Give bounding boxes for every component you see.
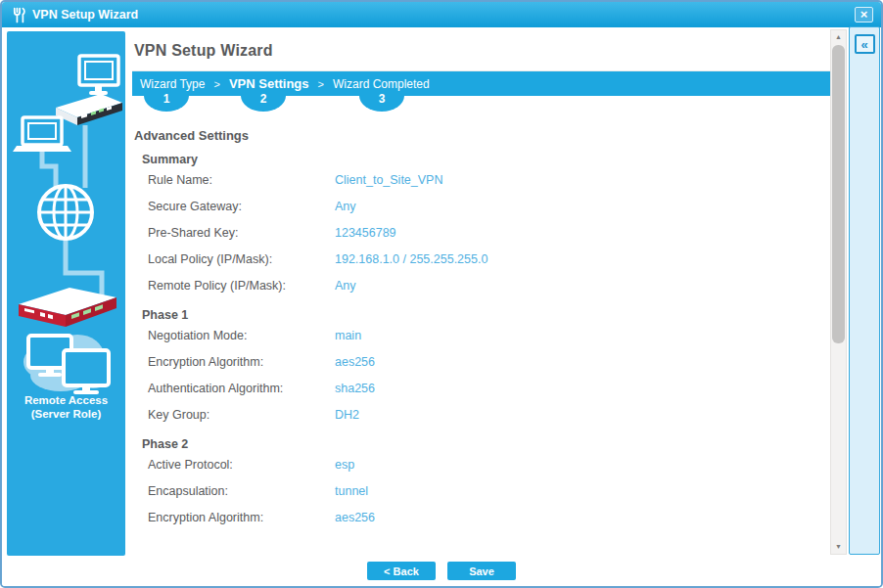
remote-access-cloud-icon — [23, 335, 111, 394]
breadcrumb-step-wizard-completed: Wizard Completed — [333, 77, 430, 91]
phase2-group: Phase 2 Active Protocol: esp Encapsulati… — [132, 437, 830, 530]
field-value: Any — [335, 279, 356, 293]
vpn-setup-wizard-window: VPN Setup Wizard × — [0, 0, 883, 588]
breadcrumb: Wizard Type > VPN Settings > Wizard Comp… — [132, 70, 830, 113]
sidebar-caption-line1: Remote Access — [7, 393, 125, 407]
field-label: Negotiation Mode: — [148, 329, 335, 342]
field-row: Active Protocol: esp — [132, 451, 830, 477]
field-value: Client_to_Site_VPN — [335, 173, 442, 187]
step-indicator-row: 1 2 3 — [132, 96, 830, 113]
field-row: Secure Gateway: Any — [132, 193, 830, 219]
field-value: aes256 — [335, 355, 375, 369]
close-icon[interactable]: × — [855, 7, 873, 23]
field-value: 192.168.1.0 / 255.255.255.0 — [335, 252, 488, 266]
scroll-down-icon[interactable]: ▼ — [831, 540, 846, 554]
scrollbar-thumb[interactable] — [832, 45, 845, 343]
field-row: Remote Policy (IP/Mask): Any — [132, 272, 830, 298]
summary-group: Summary Rule Name: Client_to_Site_VPN Se… — [132, 153, 830, 298]
field-row: Pre-Shared Key: 123456789 — [132, 219, 830, 246]
field-row: Encryption Algorithm: aes256 — [132, 504, 830, 530]
field-label: Encryption Algorithm: — [148, 355, 335, 369]
save-button[interactable]: Save — [447, 562, 516, 580]
collapsed-side-panel: « — [849, 26, 880, 555]
breadcrumb-separator: > — [318, 78, 324, 90]
field-row: Local Policy (IP/Mask): 192.168.1.0 / 25… — [132, 246, 830, 272]
scroll-up-icon[interactable]: ▲ — [831, 30, 846, 44]
wizard-content: VPN Setup Wizard Wizard Type > VPN Setti… — [132, 29, 830, 556]
field-row: Key Group: DH2 — [132, 401, 830, 428]
field-value: 123456789 — [335, 226, 396, 240]
field-value: DH2 — [335, 408, 359, 422]
breadcrumb-separator: > — [213, 78, 219, 90]
vertical-scrollbar[interactable]: ▲ ▼ — [830, 29, 847, 555]
field-row: Negotiation Mode: main — [132, 322, 830, 348]
field-label: Rule Name: — [148, 173, 335, 187]
breadcrumb-bar: Wizard Type > VPN Settings > Wizard Comp… — [132, 71, 830, 96]
network-topology-illustration — [7, 31, 125, 556]
page-title: VPN Setup Wizard — [134, 39, 830, 63]
back-button[interactable]: < Back — [367, 562, 436, 580]
field-value: esp — [335, 458, 354, 472]
field-label: Encapsulation: — [148, 484, 335, 498]
switch-icon — [56, 94, 122, 125]
collapse-panel-icon[interactable]: « — [855, 34, 875, 54]
group-heading-summary: Summary — [142, 153, 830, 166]
step-indicator-2: 2 — [241, 96, 286, 112]
breadcrumb-step-vpn-settings: VPN Settings — [229, 76, 309, 91]
phase1-group: Phase 1 Negotiation Mode: main Encryptio… — [132, 308, 830, 428]
field-label: Local Policy (IP/Mask): — [148, 252, 335, 266]
breadcrumb-step-wizard-type: Wizard Type — [140, 77, 205, 91]
sidebar-caption: Remote Access (Server Role) — [7, 393, 125, 421]
section-title: Advanced Settings — [134, 128, 830, 143]
field-label: Pre-Shared Key: — [148, 226, 335, 240]
step-indicator-1: 1 — [144, 96, 189, 112]
field-label: Authentication Algorithm: — [148, 382, 335, 395]
field-value: Any — [335, 200, 356, 213]
sidebar-topology-panel: Remote Access (Server Role) — [7, 31, 125, 556]
internet-globe-icon — [39, 186, 92, 239]
sidebar-caption-line2: (Server Role) — [7, 407, 125, 421]
field-row: Encryption Algorithm: aes256 — [132, 348, 830, 375]
field-label: Secure Gateway: — [148, 200, 335, 213]
field-label: Remote Policy (IP/Mask): — [148, 279, 335, 293]
field-value: tunnel — [335, 484, 368, 498]
field-value: main — [335, 329, 361, 342]
field-label: Active Protocol: — [148, 458, 335, 472]
group-heading-phase2: Phase 2 — [142, 437, 830, 451]
field-value: aes256 — [335, 511, 375, 524]
field-row: Encapsulation: tunnel — [132, 477, 830, 504]
step-indicator-3: 3 — [359, 96, 404, 112]
footer-bar: < Back Save — [2, 556, 881, 586]
field-value: sha256 — [335, 382, 375, 395]
laptop-icon — [13, 117, 71, 152]
field-label: Encryption Algorithm: — [148, 511, 335, 524]
field-label: Key Group: — [148, 408, 335, 422]
desktop-monitor-icon — [79, 56, 118, 95]
group-heading-phase1: Phase 1 — [142, 308, 830, 322]
field-row: Authentication Algorithm: sha256 — [132, 375, 830, 401]
titlebar: VPN Setup Wizard × — [2, 2, 881, 27]
window-title: VPN Setup Wizard — [32, 8, 855, 22]
field-row: Rule Name: Client_to_Site_VPN — [132, 166, 830, 193]
wizard-tools-icon — [10, 7, 26, 23]
